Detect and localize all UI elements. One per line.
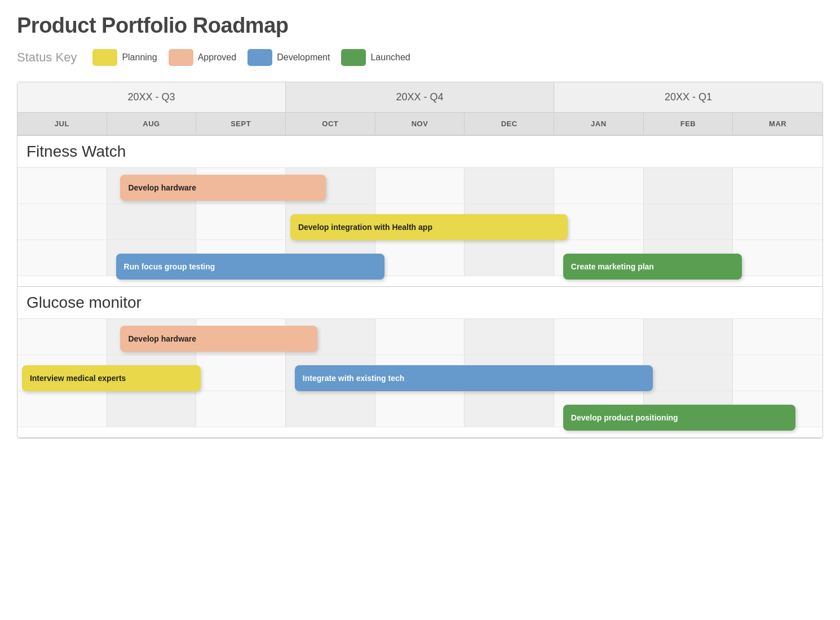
month-row: JULAUGSEPTOCTNOVDECJANFEBMAR [17,113,823,136]
gantt-col [644,204,733,240]
gantt-col [107,240,197,276]
status-item-launched: Launched [341,49,410,66]
gantt-col [107,168,197,203]
product-section-1: Glucose monitorDevelop hardwareInterview… [17,287,823,438]
gantt-col [733,391,823,427]
quarter-cell-q1: 20XX - Q1 [554,82,823,112]
quarter-cell-q4: 20XX - Q4 [286,82,554,112]
gantt-grid-row [17,204,823,240]
gantt-rows-1: Develop hardwareInterview medical expert… [17,319,823,437]
gantt-col [107,319,197,355]
gantt-col [554,204,644,240]
gantt-col [286,391,375,427]
gantt-col [286,240,375,276]
page-title: Product Portfolio Roadmap [17,14,823,38]
gantt-col [196,168,286,203]
gantt-grid-row [17,391,823,427]
gantt-col [465,355,554,391]
gantt-col [465,391,554,427]
status-swatch [247,49,272,66]
month-cell-aug: AUG [107,113,197,135]
gantt-col [644,240,733,276]
gantt-col [465,204,554,240]
month-cell-dec: DEC [465,113,554,135]
gantt-col [644,319,733,355]
product-section-0: Fitness WatchDevelop hardwareDevelop int… [17,136,823,287]
month-cell-oct: OCT [286,113,375,135]
gantt-col [644,391,733,427]
gantt-col [733,204,823,240]
gantt-col [17,391,107,427]
status-label: Approved [198,52,237,63]
month-cell-nov: NOV [375,113,465,135]
gantt-col [286,168,375,203]
month-cell-jul: JUL [17,113,107,135]
gantt-col [286,355,375,391]
quarter-row: 20XX - Q320XX - Q420XX - Q1 [17,82,823,113]
gantt-col [17,168,107,203]
gantt-grid-row [17,355,823,391]
gantt-col [733,355,823,391]
gantt-col [196,391,286,427]
gantt-col [644,168,733,203]
gantt-col [554,240,644,276]
gantt-col [196,204,286,240]
status-item-planning: Planning [92,49,157,66]
gantt-col [554,391,644,427]
product-title-0: Fitness Watch [17,136,823,168]
gantt-rows-0: Develop hardwareDevelop integration with… [17,168,823,286]
gantt-col [375,168,465,203]
status-item-approved: Approved [169,49,237,66]
product-title-1: Glucose monitor [17,287,823,319]
gantt-col [733,240,823,276]
gantt-col [17,204,107,240]
gantt-col [554,319,644,355]
status-label: Development [277,52,330,63]
gantt-col [286,319,375,355]
quarter-cell-q3: 20XX - Q3 [17,82,286,112]
gantt-col [196,319,286,355]
gantt-grid-row [17,168,823,204]
gantt-col [733,319,823,355]
month-cell-mar: MAR [733,113,823,135]
status-swatch [341,49,366,66]
gantt-col [733,168,823,203]
gantt-col [107,204,197,240]
gantt-grid-row [17,240,823,276]
gantt-col [107,355,197,391]
gantt-grid-row [17,319,823,355]
status-label: Launched [370,52,410,63]
gantt-chart: 20XX - Q320XX - Q420XX - Q1 JULAUGSEPTOC… [17,82,823,439]
status-label: Planning [122,52,157,63]
gantt-col [644,355,733,391]
gantt-col [375,240,465,276]
gantt-col [286,204,375,240]
gantt-col [196,240,286,276]
gantt-col [196,355,286,391]
gantt-col [554,168,644,203]
gantt-col [465,240,554,276]
month-cell-jan: JAN [554,113,644,135]
gantt-col [465,168,554,203]
gantt-col [375,391,465,427]
gantt-col [17,319,107,355]
status-key-label: Status Key [17,50,77,65]
gantt-col [17,240,107,276]
gantt-col [554,355,644,391]
status-item-development: Development [247,49,330,66]
gantt-col [17,355,107,391]
gantt-col [375,319,465,355]
status-swatch [169,49,193,66]
month-cell-feb: FEB [644,113,733,135]
gantt-col [107,391,197,427]
gantt-col [465,319,554,355]
month-cell-sept: SEPT [196,113,286,135]
gantt-col [375,355,465,391]
status-key: Status Key PlanningApprovedDevelopmentLa… [17,49,823,66]
status-swatch [92,49,117,66]
gantt-col [375,204,465,240]
